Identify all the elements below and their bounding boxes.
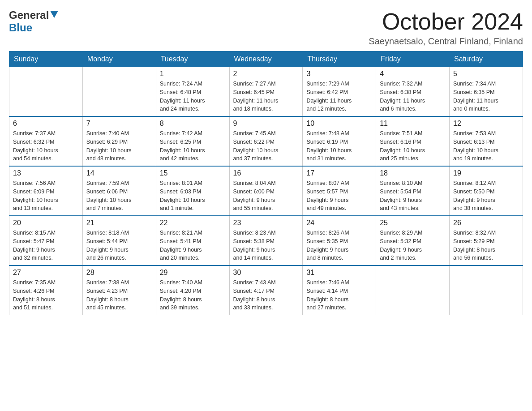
calendar-cell: 3Sunrise: 7:29 AM Sunset: 6:42 PM Daylig…: [303, 67, 376, 117]
day-info: Sunrise: 8:07 AM Sunset: 5:57 PM Dayligh…: [306, 179, 372, 213]
day-number: 17: [306, 169, 372, 177]
calendar-cell: 29Sunrise: 7:40 AM Sunset: 4:20 PM Dayli…: [156, 265, 229, 315]
day-number: 29: [160, 269, 226, 277]
calendar-cell: 6Sunrise: 7:37 AM Sunset: 6:32 PM Daylig…: [9, 116, 83, 166]
calendar-cell: 14Sunrise: 7:59 AM Sunset: 6:06 PM Dayli…: [82, 166, 156, 216]
calendar-day-header: Wednesday: [229, 51, 303, 67]
calendar-week-row: 6Sunrise: 7:37 AM Sunset: 6:32 PM Daylig…: [9, 116, 523, 166]
day-number: 7: [86, 120, 152, 128]
calendar-cell: 24Sunrise: 8:26 AM Sunset: 5:35 PM Dayli…: [303, 216, 376, 265]
calendar-cell: 23Sunrise: 8:23 AM Sunset: 5:38 PM Dayli…: [229, 216, 303, 265]
day-number: 25: [380, 219, 446, 227]
day-number: 28: [86, 269, 152, 277]
day-info: Sunrise: 8:04 AM Sunset: 6:00 PM Dayligh…: [233, 179, 299, 213]
calendar-cell: [9, 67, 83, 117]
calendar-cell: 20Sunrise: 8:15 AM Sunset: 5:47 PM Dayli…: [9, 216, 83, 265]
calendar-day-header: Saturday: [450, 51, 523, 67]
day-info: Sunrise: 8:01 AM Sunset: 6:03 PM Dayligh…: [160, 179, 226, 213]
location-subtitle: Saeynaetsalo, Central Finland, Finland: [369, 36, 523, 47]
day-number: 24: [306, 219, 372, 227]
day-info: Sunrise: 8:26 AM Sunset: 5:35 PM Dayligh…: [306, 229, 372, 262]
day-number: 15: [160, 169, 226, 177]
day-number: 9: [233, 120, 299, 128]
calendar-cell: 11Sunrise: 7:51 AM Sunset: 6:16 PM Dayli…: [376, 116, 450, 166]
day-number: 1: [160, 70, 226, 78]
calendar-week-row: 1Sunrise: 7:24 AM Sunset: 6:48 PM Daylig…: [9, 67, 523, 117]
logo-general-label: General: [9, 9, 49, 21]
calendar-cell: 17Sunrise: 8:07 AM Sunset: 5:57 PM Dayli…: [303, 166, 376, 216]
day-info: Sunrise: 7:46 AM Sunset: 4:14 PM Dayligh…: [306, 278, 372, 312]
day-number: 8: [160, 120, 226, 128]
day-number: 19: [453, 169, 519, 177]
day-info: Sunrise: 8:21 AM Sunset: 5:41 PM Dayligh…: [160, 229, 226, 262]
day-number: 10: [306, 120, 372, 128]
day-number: 31: [306, 269, 372, 277]
day-info: Sunrise: 8:23 AM Sunset: 5:38 PM Dayligh…: [233, 229, 299, 262]
day-info: Sunrise: 7:51 AM Sunset: 6:16 PM Dayligh…: [380, 129, 446, 163]
day-number: 12: [453, 120, 519, 128]
calendar-day-header: Sunday: [9, 51, 83, 67]
calendar-cell: 28Sunrise: 7:38 AM Sunset: 4:23 PM Dayli…: [82, 265, 156, 315]
calendar-cell: 31Sunrise: 7:46 AM Sunset: 4:14 PM Dayli…: [303, 265, 376, 315]
day-info: Sunrise: 8:15 AM Sunset: 5:47 PM Dayligh…: [13, 229, 79, 262]
calendar-cell: [82, 67, 156, 117]
day-info: Sunrise: 7:43 AM Sunset: 4:17 PM Dayligh…: [233, 278, 299, 312]
day-info: Sunrise: 7:24 AM Sunset: 6:48 PM Dayligh…: [160, 80, 226, 113]
calendar-cell: 10Sunrise: 7:48 AM Sunset: 6:19 PM Dayli…: [303, 116, 376, 166]
day-info: Sunrise: 7:35 AM Sunset: 4:26 PM Dayligh…: [13, 278, 79, 312]
calendar-cell: 21Sunrise: 8:18 AM Sunset: 5:44 PM Dayli…: [82, 216, 156, 265]
day-number: 20: [13, 219, 79, 227]
calendar-cell: 8Sunrise: 7:42 AM Sunset: 6:25 PM Daylig…: [156, 116, 229, 166]
calendar-cell: 9Sunrise: 7:45 AM Sunset: 6:22 PM Daylig…: [229, 116, 303, 166]
day-info: Sunrise: 8:12 AM Sunset: 5:50 PM Dayligh…: [453, 179, 519, 213]
calendar-cell: 27Sunrise: 7:35 AM Sunset: 4:26 PM Dayli…: [9, 265, 83, 315]
calendar-day-header: Monday: [82, 51, 156, 67]
calendar-week-row: 13Sunrise: 7:56 AM Sunset: 6:09 PM Dayli…: [9, 166, 523, 216]
day-info: Sunrise: 7:53 AM Sunset: 6:13 PM Dayligh…: [453, 129, 519, 163]
calendar-cell: 18Sunrise: 8:10 AM Sunset: 5:54 PM Dayli…: [376, 166, 450, 216]
calendar-cell: 1Sunrise: 7:24 AM Sunset: 6:48 PM Daylig…: [156, 67, 229, 117]
logo-general-text: General: [9, 9, 58, 21]
calendar-cell: 25Sunrise: 8:29 AM Sunset: 5:32 PM Dayli…: [376, 216, 450, 265]
calendar-week-row: 20Sunrise: 8:15 AM Sunset: 5:47 PM Dayli…: [9, 216, 523, 265]
logo-blue-label: Blue: [9, 21, 32, 34]
calendar-cell: 7Sunrise: 7:40 AM Sunset: 6:29 PM Daylig…: [82, 116, 156, 166]
calendar-cell: 15Sunrise: 8:01 AM Sunset: 6:03 PM Dayli…: [156, 166, 229, 216]
logo: General Blue: [9, 9, 58, 34]
day-info: Sunrise: 7:59 AM Sunset: 6:06 PM Dayligh…: [86, 179, 152, 213]
calendar-cell: 16Sunrise: 8:04 AM Sunset: 6:00 PM Dayli…: [229, 166, 303, 216]
calendar-cell: 22Sunrise: 8:21 AM Sunset: 5:41 PM Dayli…: [156, 216, 229, 265]
day-info: Sunrise: 7:40 AM Sunset: 4:20 PM Dayligh…: [160, 278, 226, 312]
calendar-day-header: Tuesday: [156, 51, 229, 67]
day-number: 14: [86, 169, 152, 177]
day-number: 2: [233, 70, 299, 78]
calendar-cell: 13Sunrise: 7:56 AM Sunset: 6:09 PM Dayli…: [9, 166, 83, 216]
calendar-cell: [376, 265, 450, 315]
day-number: 26: [453, 219, 519, 227]
calendar-header-row: SundayMondayTuesdayWednesdayThursdayFrid…: [9, 51, 523, 67]
calendar-cell: 26Sunrise: 8:32 AM Sunset: 5:29 PM Dayli…: [450, 216, 523, 265]
calendar-cell: 4Sunrise: 7:32 AM Sunset: 6:38 PM Daylig…: [376, 67, 450, 117]
day-number: 16: [233, 169, 299, 177]
day-number: 30: [233, 269, 299, 277]
calendar-cell: 30Sunrise: 7:43 AM Sunset: 4:17 PM Dayli…: [229, 265, 303, 315]
day-number: 11: [380, 120, 446, 128]
day-info: Sunrise: 7:32 AM Sunset: 6:38 PM Dayligh…: [380, 80, 446, 113]
day-info: Sunrise: 7:45 AM Sunset: 6:22 PM Dayligh…: [233, 129, 299, 163]
day-info: Sunrise: 7:27 AM Sunset: 6:45 PM Dayligh…: [233, 80, 299, 113]
page-header: General Blue October 2024 Saeynaetsalo, …: [9, 9, 523, 47]
calendar-day-header: Thursday: [303, 51, 376, 67]
day-info: Sunrise: 7:34 AM Sunset: 6:35 PM Dayligh…: [453, 80, 519, 113]
day-number: 13: [13, 169, 79, 177]
calendar-table: SundayMondayTuesdayWednesdayThursdayFrid…: [9, 51, 523, 315]
day-info: Sunrise: 7:56 AM Sunset: 6:09 PM Dayligh…: [13, 179, 79, 213]
day-number: 27: [13, 269, 79, 277]
calendar-week-row: 27Sunrise: 7:35 AM Sunset: 4:26 PM Dayli…: [9, 265, 523, 315]
day-number: 18: [380, 169, 446, 177]
day-number: 4: [380, 70, 446, 78]
day-number: 5: [453, 70, 519, 78]
day-info: Sunrise: 8:10 AM Sunset: 5:54 PM Dayligh…: [380, 179, 446, 213]
day-number: 6: [13, 120, 79, 128]
day-info: Sunrise: 7:38 AM Sunset: 4:23 PM Dayligh…: [86, 278, 152, 312]
day-number: 3: [306, 70, 372, 78]
